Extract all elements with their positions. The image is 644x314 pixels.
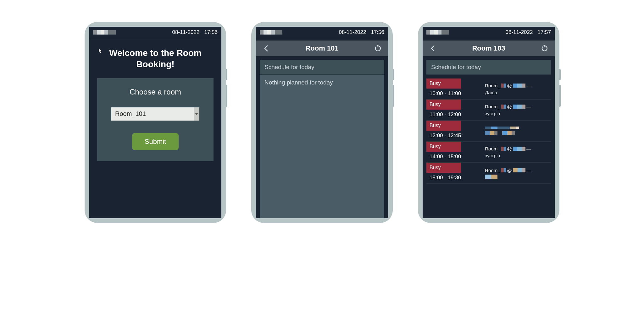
room-header: Room 103 xyxy=(423,41,555,56)
status-left xyxy=(260,30,282,35)
screen-room-101: 08-11-2022 17:56 Room 101 Schedule for t… xyxy=(256,27,388,218)
screen-room-103: 08-11-2022 17:57 Room 103 Schedule for t… xyxy=(423,27,555,218)
status-left xyxy=(93,30,116,35)
refresh-button[interactable] xyxy=(541,45,548,52)
status-date: 08-11-2022 xyxy=(505,29,533,35)
submit-button[interactable]: Submit xyxy=(132,133,179,150)
room-header: Room 101 xyxy=(256,41,388,56)
booking-subtitle xyxy=(485,175,548,179)
schedule-list: Busy 10:00 - 11:00 Room_ @— Даша Busy 11… xyxy=(426,78,551,184)
device-side-button xyxy=(393,69,394,80)
booking-row[interactable]: Busy 14:00 - 15:00 Room_ @— зустріч xyxy=(426,142,551,163)
booking-subtitle: зустріч xyxy=(485,111,548,116)
booking-row[interactable]: Busy 12:00 - 12:45 xyxy=(426,121,551,142)
status-bar: 08-11-2022 17:57 xyxy=(423,27,555,38)
busy-badge: Busy xyxy=(426,121,461,131)
booking-time: 12:00 - 12:45 xyxy=(426,131,482,141)
choose-room-label: Choose a room xyxy=(107,88,204,96)
room-title: Room 103 xyxy=(472,44,505,52)
schedule-header: Schedule for today xyxy=(426,60,551,75)
status-left xyxy=(426,30,449,35)
busy-badge: Busy xyxy=(426,142,461,152)
room-title: Room 101 xyxy=(305,44,338,52)
device-side-button xyxy=(559,85,561,107)
nothing-planned-text: Nothing planned for today xyxy=(260,75,384,90)
device-side-button xyxy=(559,69,561,80)
screen-welcome: 08-11-2022 17:56 Welcome to the Room Boo… xyxy=(89,27,221,218)
status-date: 08-11-2022 xyxy=(172,29,199,35)
device-room-103: 08-11-2022 17:57 Room 103 Schedule for t… xyxy=(418,22,559,223)
room-select[interactable]: Room_101 xyxy=(111,107,199,121)
refresh-button[interactable] xyxy=(374,45,382,52)
status-icon xyxy=(426,30,449,35)
busy-badge: Busy xyxy=(426,163,461,173)
welcome-title: Welcome to the Room Booking! xyxy=(89,38,221,78)
status-time: 17:57 xyxy=(537,29,551,35)
chevron-down-icon[interactable] xyxy=(194,107,199,121)
status-right: 08-11-2022 17:56 xyxy=(172,29,218,35)
status-right: 08-11-2022 17:57 xyxy=(505,29,551,35)
schedule-body: Nothing planned for today xyxy=(260,75,384,218)
booking-row[interactable]: Busy 11:00 - 12:00 Room_@— зустріч xyxy=(426,100,551,121)
booking-subtitle: Даша xyxy=(485,90,548,95)
device-side-button xyxy=(226,69,227,80)
device-side-button xyxy=(393,85,394,107)
booking-title: Room_@— xyxy=(485,104,548,109)
status-icon xyxy=(260,30,282,35)
device-room-101: 08-11-2022 17:56 Room 101 Schedule for t… xyxy=(251,22,393,223)
cursor-icon xyxy=(99,49,102,54)
booking-row[interactable]: Busy 10:00 - 11:00 Room_ @— Даша xyxy=(426,78,551,100)
booking-subtitle xyxy=(485,130,548,136)
booking-subtitle: зустріч xyxy=(485,153,548,158)
status-time: 17:56 xyxy=(204,29,218,35)
status-bar: 08-11-2022 17:56 xyxy=(256,27,388,38)
back-button[interactable] xyxy=(262,45,270,52)
booking-title: Room_ @— xyxy=(485,168,548,173)
booking-time: 18:00 - 19:30 xyxy=(426,173,482,183)
booking-title xyxy=(485,127,548,129)
room-select-value: Room_101 xyxy=(115,110,146,117)
booking-time: 14:00 - 15:00 xyxy=(426,152,482,162)
booking-time: 11:00 - 12:00 xyxy=(426,110,482,120)
status-date: 08-11-2022 xyxy=(339,29,366,35)
busy-badge: Busy xyxy=(426,78,461,89)
busy-badge: Busy xyxy=(426,100,461,110)
booking-row[interactable]: Busy 18:00 - 19:30 Room_ @— xyxy=(426,163,551,184)
status-bar: 08-11-2022 17:56 xyxy=(89,27,221,38)
back-button[interactable] xyxy=(429,45,436,52)
status-time: 17:56 xyxy=(371,29,384,35)
booking-time: 10:00 - 11:00 xyxy=(426,89,482,99)
schedule-header: Schedule for today xyxy=(260,60,384,75)
choose-room-panel: Choose a room Room_101 Submit xyxy=(97,78,214,161)
status-icon xyxy=(93,30,116,35)
status-right: 08-11-2022 17:56 xyxy=(339,29,384,35)
booking-title: Room_ @— xyxy=(485,83,548,88)
device-side-button xyxy=(226,85,227,107)
device-welcome: 08-11-2022 17:56 Welcome to the Room Boo… xyxy=(85,22,226,223)
booking-title: Room_ @— xyxy=(485,146,548,151)
